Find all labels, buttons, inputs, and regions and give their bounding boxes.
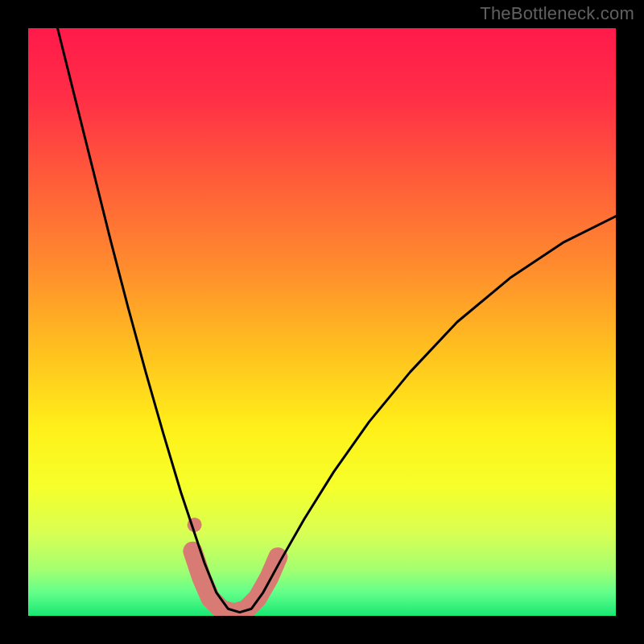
curve-layer (28, 28, 616, 616)
chart-frame: TheBottleneck.com (0, 0, 644, 644)
watermark-text: TheBottleneck.com (480, 3, 634, 24)
bottleneck-curve (58, 28, 617, 613)
highlight-band (192, 551, 278, 613)
plot-area (28, 28, 616, 616)
